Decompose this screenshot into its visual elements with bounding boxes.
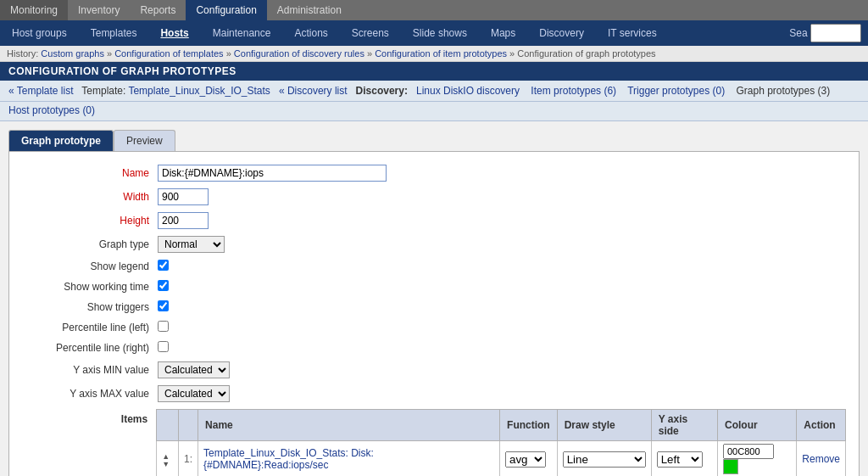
tabs: Graph prototype Preview <box>8 130 868 151</box>
arrow-down-1[interactable]: ▼ <box>162 461 170 468</box>
nav-reports[interactable]: Reports <box>130 0 186 20</box>
template-list-link[interactable]: « Template list <box>8 85 73 97</box>
y-axis-max-input-wrapper: Calculated Fixed Item <box>158 385 230 402</box>
percentile-right-input-wrapper <box>158 341 169 355</box>
tab-graph-prototype[interactable]: Graph prototype <box>8 130 114 151</box>
y-axis-max-select[interactable]: Calculated Fixed Item <box>158 385 230 402</box>
y-axis-min-select[interactable]: Calculated Fixed Item <box>158 361 230 378</box>
nav-configuration[interactable]: Configuration <box>186 0 266 20</box>
col-action: Action <box>797 410 846 441</box>
percentile-right-row: Percentile line (right) <box>22 341 846 355</box>
col-draw-style: Draw style <box>557 410 651 441</box>
items-table-wrapper: Name Function Draw style Y axis side Col… <box>156 409 846 476</box>
show-legend-checkbox[interactable] <box>158 260 169 271</box>
function-cell-1: avgminmaxalllast <box>500 441 558 477</box>
show-legend-input-wrapper <box>158 260 169 273</box>
tab-preview[interactable]: Preview <box>114 130 175 151</box>
discovery-list-link[interactable]: « Discovery list <box>279 85 348 97</box>
height-input-wrapper <box>158 212 209 229</box>
show-legend-label: Show legend <box>22 260 158 272</box>
discovery-name-link[interactable]: Linux DiskIO discovery <box>416 85 520 97</box>
page-title-bar: CONFIGURATION OF GRAPH PROTOTYPES <box>0 62 868 81</box>
show-working-time-checkbox[interactable] <box>158 280 169 291</box>
name-label: Name <box>22 167 158 179</box>
nav-administration[interactable]: Administration <box>267 0 352 20</box>
percentile-left-row: Percentile line (left) <box>22 321 846 334</box>
breadcrumb-config-item-proto[interactable]: Configuration of item prototypes <box>375 48 507 59</box>
width-input-wrapper <box>158 188 209 205</box>
nav-hosts[interactable]: Hosts <box>148 22 200 44</box>
show-triggers-label: Show triggers <box>22 301 158 313</box>
template-name-link[interactable]: Template_Linux_Disk_IO_Stats <box>128 85 270 97</box>
nav-monitoring[interactable]: Monitoring <box>0 0 68 20</box>
show-legend-row: Show legend <box>22 260 846 273</box>
col-y-axis-side: Y axis side <box>651 410 717 441</box>
draw-style-select-1[interactable]: LineFilled regionBold lineDotDashed line… <box>563 451 646 468</box>
y-axis-side-select-1[interactable]: LeftRight <box>657 451 703 468</box>
trigger-prototypes-link[interactable]: Trigger prototypes (0) <box>627 85 725 97</box>
y-axis-min-row: Y axis MIN value Calculated Fixed Item <box>22 361 846 378</box>
breadcrumb-custom-graphs[interactable]: Custom graphs <box>41 48 104 59</box>
nav-templates[interactable]: Templates <box>79 22 149 44</box>
height-input[interactable] <box>158 212 209 229</box>
nav-slide-shows[interactable]: Slide shows <box>401 22 479 44</box>
function-select-1[interactable]: avgminmaxalllast <box>505 451 546 468</box>
show-triggers-checkbox[interactable] <box>158 300 169 311</box>
nav-host-groups[interactable]: Host groups <box>0 22 79 44</box>
y-axis-min-label: Y axis MIN value <box>22 364 158 376</box>
sort-cell-1[interactable]: ▲ ▼ <box>157 441 179 477</box>
width-input[interactable] <box>158 188 209 205</box>
percentile-left-checkbox[interactable] <box>158 321 169 332</box>
sort-arrows-1[interactable]: ▲ ▼ <box>162 453 170 468</box>
percentile-right-label: Percentile line (right) <box>22 342 158 354</box>
colour-swatch-1[interactable] <box>723 459 738 474</box>
search-label: Sea <box>789 27 807 39</box>
item-prototypes-link[interactable]: Item prototypes (6) <box>531 85 616 97</box>
col-num <box>179 410 198 441</box>
host-prototypes-link[interactable]: Host prototypes (0) <box>8 104 95 116</box>
percentile-right-checkbox[interactable] <box>158 341 169 352</box>
page-title: CONFIGURATION OF GRAPH PROTOTYPES <box>8 65 236 77</box>
breadcrumb: History: Custom graphs » Configuration o… <box>0 46 868 62</box>
nav-inventory[interactable]: Inventory <box>68 0 130 20</box>
remove-link-1[interactable]: Remove <box>802 453 840 465</box>
breadcrumb-config-templates[interactable]: Configuration of templates <box>114 48 223 59</box>
height-label: Height <box>22 215 158 227</box>
col-colour: Colour <box>717 410 796 441</box>
item-name-link-1[interactable]: Template_Linux_Disk_IO_Stats: Disk: {#DM… <box>203 447 374 471</box>
name-row: Name <box>22 165 846 182</box>
table-row: ▲ ▼ 1: Template_Linux_Disk_IO_Stats: Dis… <box>157 441 846 477</box>
num-cell-1: 1: <box>179 441 198 477</box>
show-triggers-input-wrapper <box>158 300 169 314</box>
search-input[interactable] <box>810 24 861 42</box>
items-row: Items Name Function Draw style Y axis si… <box>22 409 846 476</box>
col-function: Function <box>500 410 558 441</box>
nav-actions[interactable]: Actions <box>282 22 339 44</box>
graph-prototypes-text: Graph prototypes (3) <box>736 85 830 97</box>
search-box: Sea <box>782 20 868 46</box>
nav-maps[interactable]: Maps <box>479 22 527 44</box>
name-input[interactable] <box>158 165 387 182</box>
discovery-bold-label: Discovery: <box>356 85 408 97</box>
top-nav: Monitoring Inventory Reports Configurati… <box>0 0 868 20</box>
nav-discovery[interactable]: Discovery <box>527 22 596 44</box>
items-label: Items <box>22 409 156 425</box>
breadcrumb-config-discovery[interactable]: Configuration of discovery rules <box>234 48 364 59</box>
graph-type-label: Graph type <box>22 238 158 250</box>
second-nav: Host groups Templates Hosts Maintenance … <box>0 20 868 46</box>
nav-maintenance[interactable]: Maintenance <box>201 22 283 44</box>
show-working-time-label: Show working time <box>22 281 158 293</box>
item-name-cell-1: Template_Linux_Disk_IO_Stats: Disk: {#DM… <box>198 441 500 477</box>
graph-type-select[interactable]: Normal Stacked Pie Exploded <box>158 236 225 253</box>
discovery-nav: « Template list Template: Template_Linux… <box>0 81 868 102</box>
y-axis-side-cell-1: LeftRight <box>651 441 717 477</box>
y-axis-max-row: Y axis MAX value Calculated Fixed Item <box>22 385 846 402</box>
width-row: Width <box>22 188 846 205</box>
graph-type-input-wrapper: Normal Stacked Pie Exploded <box>158 236 225 253</box>
colour-input-1[interactable] <box>723 444 774 459</box>
y-axis-min-input-wrapper: Calculated Fixed Item <box>158 361 230 378</box>
host-prototypes-nav: Host prototypes (0) <box>0 102 868 121</box>
nav-screens[interactable]: Screens <box>340 22 401 44</box>
nav-it-services[interactable]: IT services <box>596 22 669 44</box>
show-working-time-row: Show working time <box>22 280 846 294</box>
